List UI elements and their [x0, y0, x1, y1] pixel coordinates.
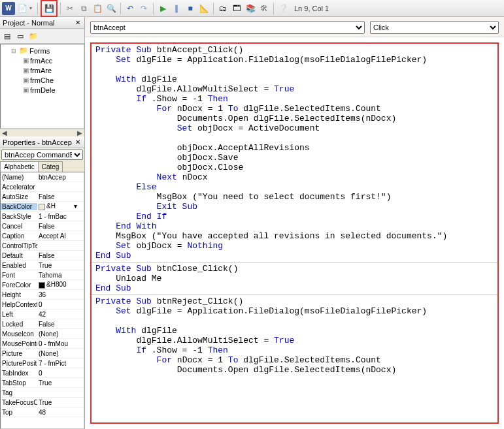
tree-forms-folder[interactable]: 📁 Forms	[2, 46, 82, 56]
word-icon[interactable]: W	[2, 2, 15, 15]
property-value[interactable]: btnAccep	[37, 174, 77, 181]
property-row[interactable]: CancelFalse	[1, 221, 84, 231]
cut-button[interactable]: ✂	[63, 2, 76, 15]
property-value[interactable]: False	[37, 252, 77, 259]
pause-button[interactable]: ∥	[170, 2, 183, 15]
property-row[interactable]: Top48	[1, 407, 84, 417]
property-value[interactable]: True	[37, 262, 77, 269]
property-name: HelpContextID	[1, 301, 37, 308]
tab-categorized[interactable]: Categ	[38, 161, 63, 172]
property-value[interactable]: (None)	[37, 350, 77, 357]
property-value[interactable]: Tahoma	[37, 272, 77, 279]
scroll-left-icon[interactable]: ◀	[0, 129, 9, 136]
tree-item[interactable]: ▣frmAcc	[2, 56, 82, 65]
folder-icon[interactable]: 📁	[27, 30, 39, 42]
property-value[interactable]: 0	[37, 370, 77, 377]
property-value[interactable]: 0 - fmMou	[37, 340, 77, 347]
property-value[interactable]: False	[37, 321, 77, 328]
property-name: AutoSize	[1, 193, 37, 200]
tree-item[interactable]: ▣frmChe	[2, 75, 82, 85]
property-name: Default	[1, 252, 37, 259]
properties-grid[interactable]: (Name)btnAccepAcceleratorAutoSizeFalseBa…	[0, 172, 84, 429]
close-icon[interactable]: ✕	[74, 19, 82, 27]
property-value[interactable]: Accept Al	[37, 232, 77, 240]
object-browser-button[interactable]: 📚	[244, 2, 257, 15]
property-name: Picture	[1, 350, 37, 357]
property-row[interactable]: TakeFocusOnClickTrue	[1, 398, 84, 407]
run-button[interactable]: ▶	[156, 2, 169, 15]
view-code-button[interactable]: 📄	[16, 2, 29, 15]
scroll-right-icon[interactable]: ▶	[75, 129, 84, 136]
property-name: Caption	[1, 232, 37, 240]
property-value[interactable]: 1 - fmBac	[37, 213, 77, 220]
tree-item[interactable]: ▣frmDele	[2, 85, 82, 95]
undo-button[interactable]: ↶	[124, 2, 137, 15]
project-tree[interactable]: 📁 Forms ▣frmAcc ▣frmAre ▣frmChe ▣frmDele	[0, 44, 84, 129]
property-value[interactable]: 0	[37, 301, 77, 308]
code-text[interactable]: Private Sub btnClose_Click() Unload Me E…	[92, 262, 497, 294]
property-row[interactable]: EnabledTrue	[1, 261, 84, 270]
stop-button[interactable]: ■	[184, 2, 197, 15]
tree-folder-label: Forms	[29, 47, 50, 55]
property-row[interactable]: Height36	[1, 290, 84, 300]
view-object-icon[interactable]: ▭	[14, 30, 26, 42]
view-code-icon[interactable]: ▤	[1, 30, 13, 42]
help-button[interactable]: ❔	[277, 2, 290, 15]
property-row[interactable]: BackStyle1 - fmBac	[1, 212, 84, 221]
property-row[interactable]: BackColor&H ▾	[1, 202, 84, 212]
form-icon: ▣	[23, 86, 29, 93]
property-value[interactable]: &H ▾	[37, 202, 77, 210]
toolbox-button[interactable]: 🛠	[258, 2, 271, 15]
property-value[interactable]: False	[37, 223, 77, 230]
property-row[interactable]: DefaultFalse	[1, 251, 84, 261]
close-icon[interactable]: ✕	[74, 138, 82, 146]
code-text[interactable]: Private Sub btnAccept_Click() Set dlgFil…	[92, 44, 497, 262]
property-row[interactable]: CaptionAccept Al	[1, 231, 84, 241]
tree-item[interactable]: ▣frmAre	[2, 65, 82, 75]
property-value[interactable]: 42	[37, 311, 77, 318]
object-combo[interactable]: btnAccept	[90, 21, 365, 34]
copy-button[interactable]: ⧉	[77, 2, 90, 15]
tree-scrollbar[interactable]: ◀ ▶	[0, 129, 84, 136]
property-row[interactable]: Left42	[1, 310, 84, 319]
property-row[interactable]: MousePointer0 - fmMou	[1, 339, 84, 349]
toolbar-separator	[153, 3, 154, 14]
object-selector[interactable]: btnAccep CommandButton	[1, 150, 83, 160]
property-row[interactable]: Tag	[1, 388, 84, 398]
property-row[interactable]: TabStopTrue	[1, 378, 84, 388]
save-button[interactable]: 💾	[42, 2, 56, 15]
property-row[interactable]: MouseIcon(None)	[1, 329, 84, 339]
tab-alphabetic[interactable]: Alphabetic	[0, 161, 39, 172]
form-icon: ▣	[23, 76, 29, 84]
property-value[interactable]: 48	[37, 409, 77, 416]
property-value[interactable]: &H800	[37, 281, 77, 288]
property-row[interactable]: Picture(None)	[1, 349, 84, 358]
property-row[interactable]: Accelerator	[1, 182, 84, 192]
property-value[interactable]: 7 - fmPict	[37, 360, 77, 367]
property-row[interactable]: ForeColor&H800	[1, 280, 84, 290]
design-mode-button[interactable]: 📐	[197, 2, 210, 15]
property-row[interactable]: HelpContextID0	[1, 300, 84, 310]
find-button[interactable]: 🔍	[105, 2, 118, 15]
property-value[interactable]: 36	[37, 291, 77, 298]
property-row[interactable]: (Name)btnAccep	[1, 172, 84, 182]
view-dropdown-icon[interactable]: ▾	[29, 5, 35, 11]
property-row[interactable]: PicturePosition7 - fmPict	[1, 358, 84, 368]
chevron-down-icon[interactable]: ▾	[74, 202, 77, 210]
procedure-combo[interactable]: Click	[370, 21, 499, 34]
code-text[interactable]: Private Sub btnReject_Click() Set dlgFil…	[92, 295, 497, 376]
property-row[interactable]: TabIndex0	[1, 368, 84, 378]
paste-button[interactable]: 📋	[91, 2, 104, 15]
property-value[interactable]: True	[37, 399, 77, 406]
property-row[interactable]: AutoSizeFalse	[1, 192, 84, 202]
property-row[interactable]: ControlTipText	[1, 241, 84, 251]
property-row[interactable]: FontTahoma	[1, 270, 84, 280]
redo-button[interactable]: ↷	[137, 2, 150, 15]
property-row[interactable]: LockedFalse	[1, 319, 84, 329]
property-value[interactable]: (None)	[37, 330, 77, 338]
project-explorer-button[interactable]: 🗂	[216, 2, 229, 15]
code-editor[interactable]: Private Sub btnAccept_Click() Set dlgFil…	[90, 42, 499, 424]
property-value[interactable]: False	[37, 193, 77, 200]
property-value[interactable]: True	[37, 379, 77, 387]
properties-button[interactable]: 🗔	[230, 2, 243, 15]
